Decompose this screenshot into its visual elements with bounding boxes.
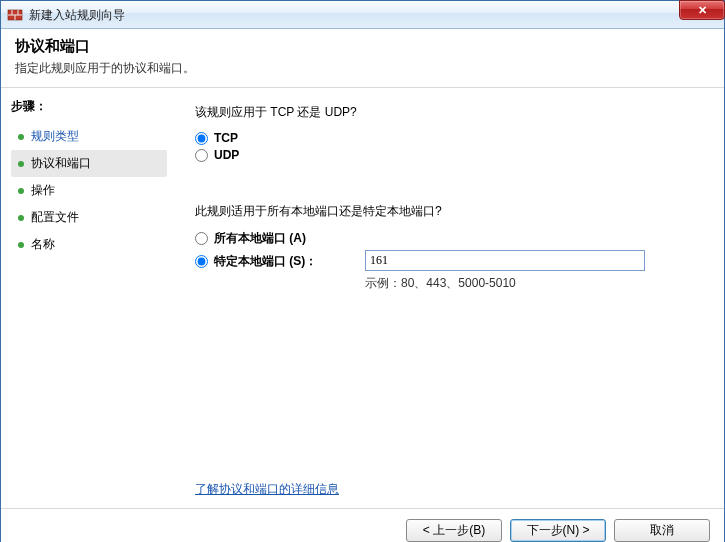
bullet-icon <box>17 160 25 168</box>
steps-sidebar: 步骤： 规则类型 协议和端口 <box>1 88 173 508</box>
radio-tcp[interactable] <box>195 132 208 145</box>
svg-point-7 <box>18 188 24 194</box>
bullet-icon <box>17 214 25 222</box>
step-rule-type[interactable]: 规则类型 <box>11 123 167 150</box>
svg-point-9 <box>18 242 24 248</box>
back-button[interactable]: < 上一步(B) <box>406 519 502 542</box>
radio-udp-label[interactable]: UDP <box>214 148 239 162</box>
firewall-icon <box>7 7 23 23</box>
titlebar: 新建入站规则向导 ✕ <box>1 1 724 29</box>
step-protocol-ports[interactable]: 协议和端口 <box>11 150 167 177</box>
step-label: 名称 <box>31 236 55 253</box>
close-button[interactable]: ✕ <box>679 0 725 20</box>
cancel-button-label: 取消 <box>650 522 674 539</box>
next-button[interactable]: 下一步(N) > <box>510 519 606 542</box>
learn-more-link[interactable]: 了解协议和端口的详细信息 <box>195 481 339 498</box>
radio-all-ports[interactable] <box>195 232 208 245</box>
bullet-icon <box>17 133 25 141</box>
body: 步骤： 规则类型 协议和端口 <box>1 88 724 508</box>
svg-point-5 <box>18 134 24 140</box>
step-label: 操作 <box>31 182 55 199</box>
back-button-label: < 上一步(B) <box>423 522 485 539</box>
steps-list: 规则类型 协议和端口 操作 <box>11 123 167 258</box>
radio-udp-row: UDP <box>195 148 702 162</box>
window-title: 新建入站规则向导 <box>29 6 125 24</box>
radio-tcp-row: TCP <box>195 131 702 145</box>
step-profile[interactable]: 配置文件 <box>11 204 167 231</box>
step-name[interactable]: 名称 <box>11 231 167 258</box>
page-subtitle: 指定此规则应用于的协议和端口。 <box>15 60 710 77</box>
step-action[interactable]: 操作 <box>11 177 167 204</box>
step-label: 规则类型 <box>31 128 79 145</box>
radio-tcp-label[interactable]: TCP <box>214 131 238 145</box>
close-icon: ✕ <box>698 4 707 17</box>
protocol-question: 该规则应用于 TCP 还是 UDP? <box>195 104 702 121</box>
steps-title: 步骤： <box>11 98 167 115</box>
radio-all-ports-row: 所有本地端口 (A) <box>195 230 702 247</box>
specific-ports-block: 特定本地端口 (S)： 示例：80、443、5000-5010 <box>195 250 702 292</box>
svg-point-8 <box>18 215 24 221</box>
port-input[interactable] <box>365 250 645 271</box>
page-title: 协议和端口 <box>15 37 710 56</box>
radio-udp[interactable] <box>195 149 208 162</box>
cancel-button[interactable]: 取消 <box>614 519 710 542</box>
main-panel: 该规则应用于 TCP 还是 UDP? TCP UDP 此规则适用于所有本地端口还… <box>173 88 724 508</box>
port-example: 示例：80、443、5000-5010 <box>365 275 702 292</box>
bullet-icon <box>17 241 25 249</box>
radio-specific-ports-label[interactable]: 特定本地端口 (S)： <box>214 253 317 270</box>
footer: < 上一步(B) 下一步(N) > 取消 <box>1 508 724 542</box>
radio-specific-ports-row: 特定本地端口 (S)： <box>195 253 365 270</box>
step-label: 协议和端口 <box>31 155 91 172</box>
svg-point-6 <box>18 161 24 167</box>
wizard-window: 新建入站规则向导 ✕ 协议和端口 指定此规则应用于的协议和端口。 步骤： 规则类… <box>0 0 725 542</box>
port-question: 此规则适用于所有本地端口还是特定本地端口? <box>195 203 702 220</box>
radio-specific-ports[interactable] <box>195 255 208 268</box>
radio-all-ports-label[interactable]: 所有本地端口 (A) <box>214 230 306 247</box>
step-label: 配置文件 <box>31 209 79 226</box>
next-button-label: 下一步(N) > <box>527 522 590 539</box>
header-band: 协议和端口 指定此规则应用于的协议和端口。 <box>1 29 724 88</box>
bullet-icon <box>17 187 25 195</box>
